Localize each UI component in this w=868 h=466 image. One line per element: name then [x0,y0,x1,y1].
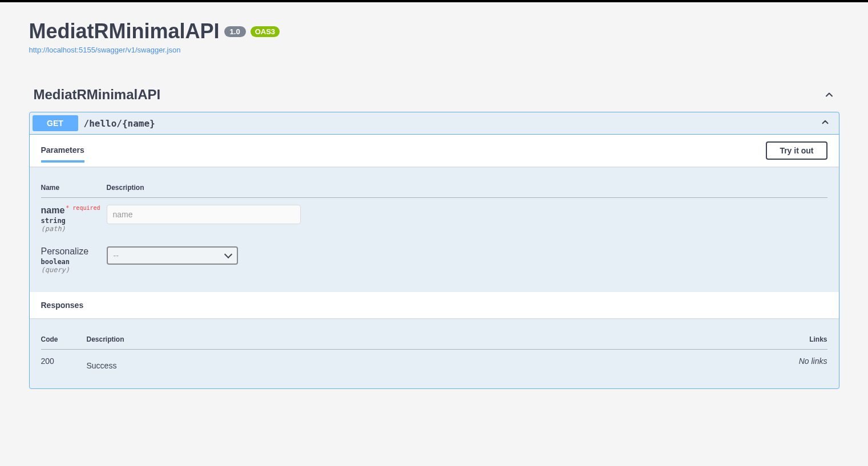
col-header-description: Description [107,178,827,198]
http-method-badge: GET [33,115,78,131]
param-type: boolean [41,258,107,266]
operation-block-get: GET /hello/{name} Parameters Try it out … [29,112,839,389]
col-header-code: Code [41,330,87,350]
operation-summary[interactable]: GET /hello/{name} [30,112,839,135]
api-header: MediatRMinimalAPI 1.0 OAS3 http://localh… [29,19,839,55]
api-title: MediatRMinimalAPI [29,19,220,43]
chevron-up-icon [814,117,836,129]
responses-heading: Responses [41,301,84,310]
param-type: string [41,217,107,225]
parameter-row: Personalize boolean (query) -- [41,240,827,281]
chevron-up-icon [823,89,835,100]
parameters-table: Name Description name* required str [41,178,827,281]
col-header-links: Links [508,330,827,350]
spec-link[interactable]: http://localhost:5155/swagger/v1/swagger… [29,46,181,54]
version-badge: 1.0 [224,26,246,37]
required-indicator: * required [64,205,100,211]
parameters-header: Parameters Try it out [30,135,839,167]
parameters-tab[interactable]: Parameters [41,145,84,163]
response-description: Success [87,350,509,378]
param-in: (path) [41,225,107,233]
tag-section: MediatRMinimalAPI GET /hello/{name} Para… [29,83,839,389]
response-row: 200 Success No links [41,350,827,378]
param-in: (query) [41,266,107,274]
tag-name: MediatRMinimalAPI [34,87,161,103]
oas-badge: OAS3 [251,26,280,37]
param-name: name [41,205,65,215]
try-it-out-button[interactable]: Try it out [766,141,827,160]
param-name: Personalize [41,246,107,257]
param-select-personalize[interactable]: -- [107,246,238,265]
operation-path: /hello/{name} [78,118,814,129]
col-header-desc: Description [87,330,509,350]
response-links: No links [508,350,827,378]
response-code: 200 [41,350,87,378]
col-header-name: Name [41,178,107,198]
responses-header: Responses [30,292,839,318]
responses-table: Code Description Links 200 Success No li… [41,330,827,377]
param-input-name[interactable] [107,205,301,224]
tag-header[interactable]: MediatRMinimalAPI [29,83,839,106]
parameter-row: name* required string (path) [41,198,827,240]
